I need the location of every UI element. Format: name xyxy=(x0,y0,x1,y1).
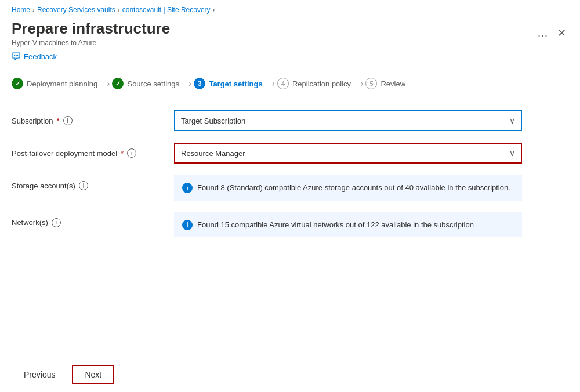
breadcrumb-sep3: › xyxy=(213,6,215,14)
header-left: Prepare infrastructure Hyper-V machines … xyxy=(12,20,170,47)
subscription-dropdown-arrow: ∨ xyxy=(509,116,515,125)
step-source[interactable]: ✓ Source settings xyxy=(112,75,186,92)
deployment-info-icon[interactable]: i xyxy=(127,148,136,158)
page-subtitle: Hyper-V machines to Azure xyxy=(12,39,170,47)
subscription-label: Subscription * i xyxy=(12,116,174,125)
step2-num: ✓ xyxy=(112,78,124,89)
svg-point-0 xyxy=(14,55,16,56)
feedback-bar: Feedback xyxy=(0,47,580,66)
subscription-dropdown-wrap: Target Subscription ∨ xyxy=(174,110,522,131)
close-button[interactable]: ✕ xyxy=(555,24,568,42)
deployment-model-label: Post-failover deployment model * i xyxy=(12,148,174,158)
step3-label: Target settings xyxy=(209,79,262,88)
header-right: ... ✕ xyxy=(535,24,568,42)
step1-label: Deployment planning xyxy=(27,79,97,88)
step-deployment[interactable]: ✓ Deployment planning xyxy=(12,75,104,92)
step5-num: 5 xyxy=(365,78,377,89)
step3-num: 3 xyxy=(194,78,205,89)
svg-point-1 xyxy=(16,55,17,56)
network-info-icon[interactable]: i xyxy=(52,218,61,227)
next-button[interactable]: Next xyxy=(72,365,114,384)
breadcrumb-sep1: › xyxy=(32,6,35,14)
step-review: 5 Review xyxy=(365,75,412,92)
subscription-row: Subscription * i Target Subscription ∨ xyxy=(12,110,568,131)
network-info-text: Found 15 compatible Azure virtual networ… xyxy=(197,219,474,231)
breadcrumb: Home › Recovery Services vaults › contos… xyxy=(0,0,580,17)
breadcrumb-sep2: › xyxy=(118,6,120,14)
breadcrumb-vault[interactable]: contosovault | Site Recovery xyxy=(122,6,211,14)
form-content: Subscription * i Target Subscription ∨ P… xyxy=(0,101,580,246)
step5-label: Review xyxy=(380,79,405,88)
step-replication: 4 Replication policy xyxy=(277,75,358,92)
feedback-icon xyxy=(12,52,21,61)
deployment-model-dropdown-wrap: Resource Manager ∨ xyxy=(174,143,522,164)
network-label: Network(s) i xyxy=(12,212,174,227)
step4-label: Replication policy xyxy=(292,79,351,88)
network-row: Network(s) i i Found 15 compatible Azure… xyxy=(12,212,568,238)
storage-row: Storage account(s) i i Found 8 (Standard… xyxy=(12,175,568,201)
bottom-bar: Previous Next xyxy=(0,357,580,392)
deployment-model-row: Post-failover deployment model * i Resou… xyxy=(12,143,568,164)
step2-label: Source settings xyxy=(127,79,179,88)
step-target[interactable]: 3 Target settings xyxy=(194,75,269,92)
deployment-dropdown-arrow: ∨ xyxy=(509,148,515,158)
breadcrumb-home[interactable]: Home xyxy=(12,6,30,14)
storage-info-text: Found 8 (Standard) compatible Azure stor… xyxy=(197,182,510,194)
feedback-button[interactable]: Feedback xyxy=(12,52,57,61)
network-info-box: i Found 15 compatible Azure virtual netw… xyxy=(174,212,522,238)
storage-info-box: i Found 8 (Standard) compatible Azure st… xyxy=(174,175,522,201)
network-info-circle: i xyxy=(182,220,193,230)
subscription-info-icon[interactable]: i xyxy=(63,116,72,125)
storage-label: Storage account(s) i xyxy=(12,175,174,190)
feedback-label: Feedback xyxy=(24,52,57,61)
step4-num: 4 xyxy=(277,78,289,89)
deployment-required: * xyxy=(121,149,124,158)
steps-bar: ✓ Deployment planning › ✓ Source setting… xyxy=(0,66,580,101)
subscription-value: Target Subscription xyxy=(181,117,245,125)
previous-button[interactable]: Previous xyxy=(12,366,67,383)
subscription-dropdown[interactable]: Target Subscription ∨ xyxy=(174,110,522,131)
more-button[interactable]: ... xyxy=(535,25,550,42)
deployment-model-value: Resource Manager xyxy=(181,149,245,158)
step1-num: ✓ xyxy=(12,78,23,89)
storage-info-icon[interactable]: i xyxy=(79,181,88,190)
breadcrumb-recovery[interactable]: Recovery Services vaults xyxy=(37,6,115,14)
svg-point-2 xyxy=(17,55,19,56)
subscription-required: * xyxy=(57,117,60,125)
page-container: Home › Recovery Services vaults › contos… xyxy=(0,0,580,392)
page-title: Prepare infrastructure xyxy=(12,20,170,38)
storage-info-circle: i xyxy=(182,183,193,193)
header: Prepare infrastructure Hyper-V machines … xyxy=(0,17,580,47)
deployment-model-dropdown[interactable]: Resource Manager ∨ xyxy=(174,143,522,164)
